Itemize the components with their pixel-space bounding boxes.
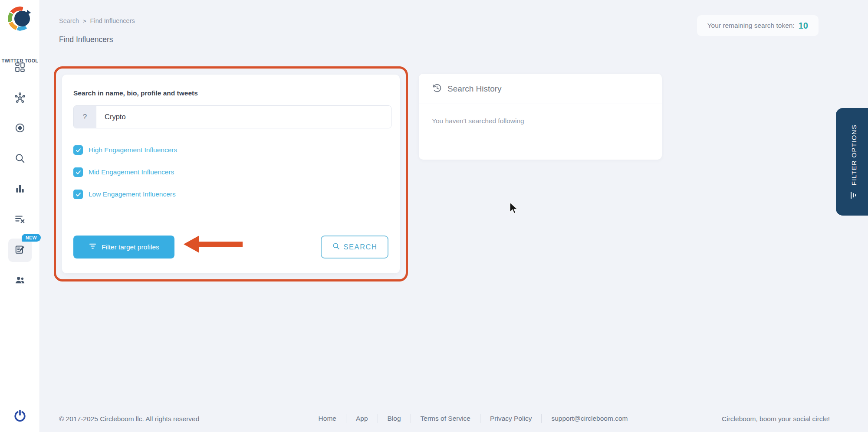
footer-link-app[interactable]: App	[346, 413, 378, 424]
footer-links: Home App Blog Terms of Service Privacy P…	[286, 413, 660, 424]
checkbox-mid-engagement[interactable]: Mid Engagement Influencers	[73, 167, 388, 177]
mouse-cursor-icon	[509, 202, 519, 216]
footer-link-privacy[interactable]: Privacy Policy	[480, 413, 541, 424]
funnel-icon	[89, 242, 97, 252]
search-icon	[14, 153, 26, 166]
sidebar-item-list-cleaner[interactable]	[0, 205, 40, 235]
sidebar-nav: NEW	[0, 53, 40, 296]
footer-link-blog[interactable]: Blog	[378, 413, 411, 424]
checked-checkbox-icon[interactable]	[73, 167, 83, 177]
search-button-label: SEARCH	[344, 243, 378, 251]
chevron-right-icon: >	[83, 18, 86, 24]
sidebar-item-dashboard[interactable]	[0, 53, 40, 83]
checked-checkbox-icon[interactable]	[73, 145, 83, 155]
breadcrumb: Search > Find Influencers	[59, 17, 135, 24]
filter-target-profiles-button[interactable]: Filter target profiles	[73, 236, 174, 259]
sidebar-item-circle[interactable]	[0, 114, 40, 144]
breadcrumb-current: Find Influencers	[90, 17, 135, 24]
footer-link-support-email[interactable]: support@circleboom.com	[542, 413, 637, 424]
sidebar-item-analytics[interactable]	[0, 174, 40, 205]
sidebar-item-users[interactable]	[0, 265, 40, 296]
search-history-card: Search History You haven't searched foll…	[419, 74, 662, 160]
network-icon	[14, 92, 26, 105]
search-history-empty-text: You haven't searched following	[419, 104, 662, 138]
page-title: Find Influencers	[59, 35, 113, 44]
checkbox-label[interactable]: High Engagement Influencers	[89, 146, 177, 154]
arrow-left-annotation-icon	[182, 234, 244, 256]
token-label: Your remaining search token:	[707, 22, 795, 29]
footer-link-terms[interactable]: Terms of Service	[411, 413, 480, 424]
search-button[interactable]: SEARCH	[321, 236, 388, 259]
sidebar-item-network[interactable]	[0, 83, 40, 114]
circleboom-bird-logo-icon	[7, 6, 33, 31]
search-section-label: Search in name, bio, profile and tweets	[73, 89, 388, 97]
header-divider	[59, 54, 819, 54]
sidebar-item-search[interactable]	[0, 144, 40, 174]
search-icon	[332, 242, 340, 252]
sidebar-item-compose[interactable]: NEW	[0, 235, 40, 265]
target-icon	[14, 122, 26, 135]
funnel-icon	[849, 191, 859, 200]
checkbox-label[interactable]: Low Engagement Influencers	[89, 190, 176, 198]
engagement-filters: High Engagement Influencers Mid Engageme…	[73, 145, 388, 199]
sidebar-power-button[interactable]	[0, 409, 40, 425]
token-value: 10	[799, 21, 808, 31]
list-remove-icon	[14, 213, 26, 226]
question-mark-icon: ?	[74, 106, 96, 128]
bar-chart-icon	[14, 183, 26, 196]
checkbox-high-engagement[interactable]: High Engagement Influencers	[73, 145, 388, 155]
remaining-token-badge: Your remaining search token: 10	[697, 15, 819, 36]
keyword-input[interactable]	[96, 106, 391, 128]
compose-icon	[14, 244, 26, 257]
find-influencers-page: TWITTER TOOL	[0, 0, 868, 432]
search-history-title: Search History	[447, 84, 502, 94]
keyword-input-group: ?	[73, 105, 391, 128]
footer-link-home[interactable]: Home	[309, 413, 346, 424]
sidebar: TWITTER TOOL	[0, 0, 40, 432]
filter-options-tab[interactable]: FILTER OPTIONS	[836, 108, 868, 216]
power-icon	[13, 409, 27, 425]
search-history-header: Search History	[419, 74, 662, 104]
filter-button-label: Filter target profiles	[102, 243, 159, 251]
checkbox-label[interactable]: Mid Engagement Influencers	[89, 168, 174, 176]
breadcrumb-search-link[interactable]: Search	[59, 17, 79, 24]
checkbox-low-engagement[interactable]: Low Engagement Influencers	[73, 190, 388, 199]
footer-tagline: Circleboom, boom your social circle!	[722, 415, 830, 423]
dashboard-icon	[14, 62, 26, 75]
checked-checkbox-icon[interactable]	[73, 190, 83, 199]
footer-copyright: © 2017-2025 Circleboom llc. All rights r…	[59, 415, 199, 423]
users-icon	[14, 274, 26, 287]
filter-options-label: FILTER OPTIONS	[851, 124, 858, 185]
history-icon	[432, 83, 442, 95]
new-badge: NEW	[22, 234, 41, 242]
